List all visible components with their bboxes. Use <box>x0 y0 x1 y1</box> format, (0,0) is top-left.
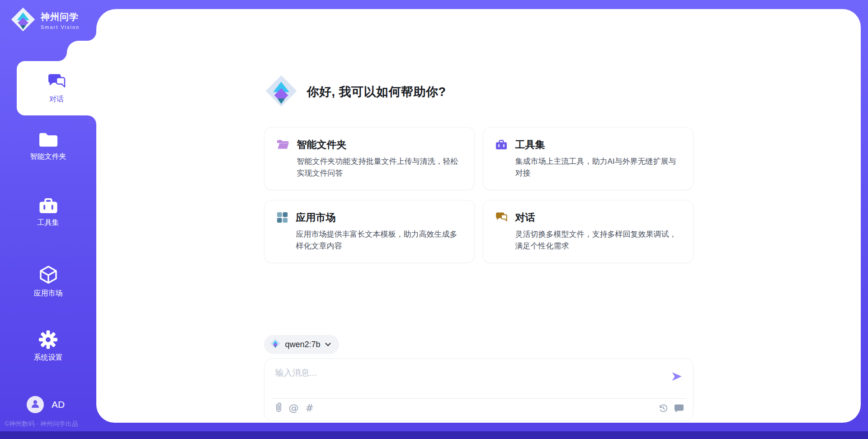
sidebar: 神州问学 Smart Vision 对话 智能文件夹 <box>0 0 96 439</box>
toolbox-icon <box>0 196 96 215</box>
footer-strip <box>0 431 868 439</box>
sidebar-item-toolset[interactable]: 工具集 <box>0 196 96 228</box>
topic-button[interactable]: # <box>306 402 314 414</box>
card-title: 工具集 <box>515 138 681 152</box>
sidebar-item-chat[interactable]: 对话 <box>17 61 96 115</box>
connector-fillet <box>87 32 96 41</box>
diamond-logo-icon <box>264 74 298 110</box>
sidebar-item-smart-folder[interactable]: 智能文件夹 <box>0 132 96 162</box>
history-icon <box>658 403 668 415</box>
chevron-down-icon <box>325 340 331 348</box>
folder-open-icon <box>276 138 289 152</box>
card-description: 灵活切换多模型文件，支持多样回复效果调试，满足个性化需求 <box>515 229 681 252</box>
connector-fillet <box>87 115 96 124</box>
card-toolset[interactable]: 工具集 集成市场上主流工具，助力AI与外界无缝扩展与对接 <box>483 127 693 190</box>
feedback-icon <box>674 404 684 414</box>
card-title: 对话 <box>515 211 681 224</box>
sidebar-item-app-market[interactable]: 应用市场 <box>0 264 96 298</box>
greeting: 你好, 我可以如何帮助你? <box>264 74 693 110</box>
card-description: 智能文件夹功能支持批量文件上传与清洗，轻松实现文件问答 <box>297 156 462 179</box>
diamond-logo-icon <box>270 338 281 351</box>
diamond-logo-icon <box>10 6 36 34</box>
app-screen: { "brand": { "name": "神州问学", "subtitle":… <box>0 0 868 439</box>
briefcase-icon <box>495 138 508 152</box>
card-chat[interactable]: 对话 灵活切换多模型文件，支持多样回复效果调试，满足个性化需求 <box>483 200 693 263</box>
folder-icon <box>0 132 96 148</box>
card-smart-folder[interactable]: 智能文件夹 智能文件夹功能支持批量文件上传与清洗，轻松实现文件问答 <box>264 127 475 190</box>
history-button[interactable] <box>658 403 668 415</box>
model-selector[interactable]: qwen2:7b <box>264 335 339 354</box>
copyright: ©神州数码 · 神州问学出品 <box>5 420 95 428</box>
chat-bubbles-icon <box>47 72 66 91</box>
gear-icon <box>0 330 96 349</box>
sidebar-item-label: 智能文件夹 <box>0 152 96 162</box>
grid-icon <box>276 211 288 225</box>
brand-subtitle: Smart Vision <box>41 24 80 30</box>
sidebar-item-label: 系统设置 <box>0 353 96 363</box>
attach-file-button[interactable] <box>275 401 282 415</box>
user-menu[interactable]: AD <box>27 396 65 413</box>
sidebar-item-label: 工具集 <box>0 218 96 228</box>
brand-name: 神州问学 <box>41 11 80 23</box>
composer: @ # <box>264 358 693 421</box>
chat-icon <box>495 211 508 224</box>
main-panel: 你好, 我可以如何帮助你? 智能文件夹 智能文件夹功能支持批量文件上传与清洗，轻… <box>96 9 861 423</box>
card-description: 集成市场上主流工具，助力AI与外界无缝扩展与对接 <box>515 156 681 179</box>
feature-cards: 智能文件夹 智能文件夹功能支持批量文件上传与清洗，轻松实现文件问答 工具集 集成… <box>264 127 693 263</box>
mention-button[interactable]: @ <box>289 402 299 414</box>
card-app-market[interactable]: 应用市场 应用市场提供丰富长文本模板，助力高效生成多样化文章内容 <box>264 200 475 263</box>
composer-divider <box>271 398 686 399</box>
cube-icon <box>0 264 96 285</box>
card-title: 智能文件夹 <box>297 138 462 152</box>
sidebar-item-settings[interactable]: 系统设置 <box>0 330 96 363</box>
sidebar-item-label: 应用市场 <box>0 289 96 298</box>
at-icon: @ <box>289 402 299 414</box>
message-input[interactable] <box>275 367 655 394</box>
user-initials: AD <box>52 399 65 410</box>
greeting-text: 你好, 我可以如何帮助你? <box>307 84 446 100</box>
send-button[interactable] <box>670 370 683 383</box>
brand: 神州问学 Smart Vision <box>10 6 80 34</box>
user-avatar-icon <box>30 398 41 411</box>
connector-fillet <box>58 52 67 61</box>
sidebar-item-label: 对话 <box>49 95 64 104</box>
send-icon <box>670 377 683 384</box>
avatar <box>27 396 44 413</box>
card-title: 应用市场 <box>296 211 462 224</box>
feedback-button[interactable] <box>674 404 684 414</box>
card-description: 应用市场提供丰富长文本模板，助力高效生成多样化文章内容 <box>296 229 462 252</box>
paperclip-icon <box>275 401 282 415</box>
model-name: qwen2:7b <box>285 340 321 349</box>
hash-icon: # <box>306 402 314 414</box>
